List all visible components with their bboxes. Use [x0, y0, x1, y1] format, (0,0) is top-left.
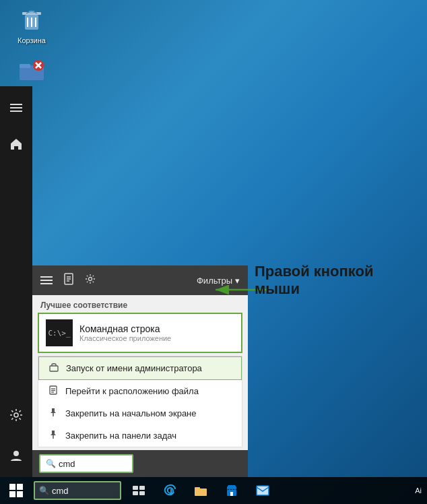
cmd-icon: C:\>_ — [46, 319, 73, 346]
open-location-label: Перейти к расположению файла — [65, 386, 199, 396]
cmd-result-item[interactable]: C:\>_ Командная строка Классическое прил… — [38, 313, 242, 353]
header-document-icon[interactable] — [63, 273, 74, 288]
svg-rect-18 — [50, 366, 58, 371]
folder-error-icon — [18, 57, 45, 84]
recycle-bin-label: Корзина — [18, 36, 46, 44]
windows-logo-icon — [9, 484, 23, 497]
task-view-button[interactable] — [124, 477, 154, 504]
start-menu-sidebar — [0, 86, 32, 477]
run-admin-icon — [48, 363, 59, 374]
desktop-icon-recycle-bin[interactable]: Корзина — [8, 7, 55, 44]
desktop: Корзина — [0, 0, 427, 504]
cmd-text-block: Командная строка Классическое приложение — [79, 323, 171, 342]
sidebar-home[interactable] — [1, 129, 31, 159]
taskbar-search-icon: 🔍 — [39, 486, 49, 495]
svg-rect-34 — [230, 492, 233, 496]
recycle-bin-icon — [18, 7, 45, 34]
taskbar-items — [124, 477, 277, 504]
edge-button[interactable] — [155, 477, 185, 504]
sidebar-hamburger[interactable] — [1, 93, 31, 123]
svg-rect-35 — [257, 486, 269, 495]
tray-time: Ai — [415, 486, 422, 495]
svg-rect-30 — [139, 491, 145, 495]
mail-button[interactable] — [248, 477, 277, 504]
taskbar: 🔍 — [0, 477, 427, 504]
context-item-open-location[interactable]: Перейти к расположению файла — [38, 380, 242, 402]
svg-rect-27 — [133, 486, 138, 490]
taskbar-search-box[interactable]: 🔍 — [34, 481, 121, 500]
pin-start-label: Закрепить на начальном экране — [65, 408, 197, 418]
context-menu: Запуск от имени администратора Перейти к… — [38, 356, 242, 447]
annotation-line1: Правой кнопкой — [255, 263, 374, 280]
document-icon — [48, 385, 59, 397]
cmd-title: Командная строка — [79, 323, 171, 334]
taskbar-search-input[interactable] — [52, 486, 112, 496]
sidebar-user[interactable] — [1, 441, 31, 470]
search-bar-bottom: 🔍 cmd — [32, 450, 248, 477]
system-tray: Ai — [415, 486, 427, 495]
svg-rect-7 — [20, 64, 30, 68]
start-button[interactable] — [0, 477, 32, 504]
header-settings-icon[interactable] — [85, 274, 96, 287]
annotation-text: Правой кнопкой мыши — [255, 263, 374, 298]
svg-rect-32 — [195, 487, 200, 490]
pin-start-icon — [48, 408, 59, 419]
cmd-subtitle: Классическое приложение — [79, 334, 171, 342]
desktop-icon-folder[interactable] — [8, 57, 55, 87]
search-value: cmd — [59, 459, 75, 469]
context-item-pin-start[interactable]: Закрепить на начальном экране — [38, 402, 242, 424]
file-explorer-button[interactable] — [186, 477, 216, 504]
svg-rect-28 — [139, 486, 145, 490]
svg-point-17 — [89, 278, 92, 281]
pin-taskbar-icon — [48, 430, 59, 441]
svg-point-12 — [13, 451, 19, 456]
run-admin-label: Запуск от имени администратора — [66, 363, 202, 373]
context-item-pin-taskbar[interactable]: Закрепить на панели задач — [38, 424, 242, 447]
annotation-line2: мыши — [255, 280, 374, 298]
svg-point-11 — [14, 413, 18, 417]
search-input-container[interactable]: 🔍 cmd — [39, 454, 133, 473]
search-icon-small: 🔍 — [46, 459, 56, 468]
pin-taskbar-label: Закрепить на панели задач — [65, 431, 176, 441]
context-item-run-admin[interactable]: Запуск от имени администратора — [38, 356, 242, 380]
sidebar-settings[interactable] — [1, 400, 31, 430]
svg-rect-29 — [133, 491, 138, 495]
header-hamburger-icon[interactable] — [40, 276, 53, 284]
store-button[interactable] — [217, 477, 247, 504]
